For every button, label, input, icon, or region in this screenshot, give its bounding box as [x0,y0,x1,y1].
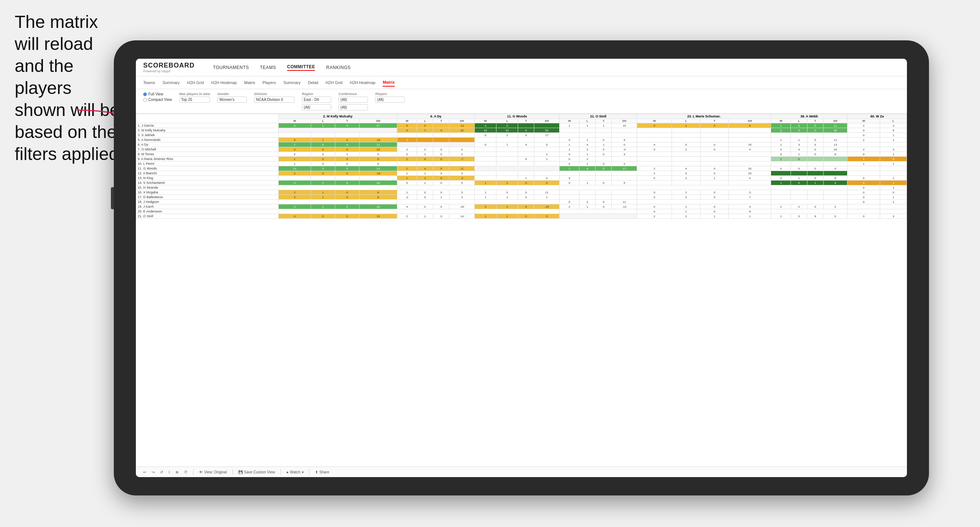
nav-rankings[interactable]: RANKINGS [326,65,351,70]
watch-label: Watch [290,470,300,474]
matrix-area[interactable]: 2. M Kelly Mulcahy 6. A Dy 11. G Woods 2… [136,114,907,467]
col-w-mulcahy: W [278,119,311,123]
region-all-select[interactable]: (All) [302,104,331,111]
undo-icon[interactable]: ↩ [143,470,146,474]
table-row: 15. H Stranda 0 1 [136,185,907,190]
col-w-za: W [848,119,880,123]
watch-icon: ● [286,470,289,474]
row-label-jelinek: 3. S Jelinek [136,133,279,138]
row-label-ady: 6. A Dy [136,142,279,147]
region-select[interactable]: East - DII [302,97,331,103]
annotation-label: The matrix will reload and the players s… [15,12,119,163]
row-label-perini: 10. L Perini [136,162,279,166]
row-label-nomrowski: 5. A Nomrowski [136,138,279,142]
full-view-option[interactable]: Full View [143,92,172,96]
compact-view-option[interactable]: Compact View [143,98,172,102]
col-t-woods: T [518,119,534,123]
sub-nav-h2h-grid[interactable]: H2H Grid [187,79,204,86]
view-options: Full View Compact View [143,92,172,102]
sub-nav-h2h-grid2[interactable]: H2H Grid [326,79,342,86]
col-l-za: L [880,119,907,123]
sub-nav-players[interactable]: Players [262,79,276,86]
col-header-webb: 38. A Webb [771,114,848,119]
col-l-dy: L [417,119,433,123]
row-label-ballesteros: 17. D Ballesteros [136,195,279,200]
col-dif-mulcahy: Dif [359,119,397,123]
table-row: 6. A Dy 7 0 0 11 0 1 4 0 1 4 1 0 [136,142,907,147]
col-l-webb: L [791,119,807,123]
col-dif-dy: Dif [449,119,475,123]
sub-nav-teams[interactable]: Teams [143,79,155,86]
row-label-bianchi: 12. A Bianchi [136,171,279,176]
filter-bar: Full View Compact View Max players in vi… [136,89,907,114]
nav-tournaments[interactable]: TOURNAMENTS [213,65,249,70]
toolbar-separator3 [280,469,281,475]
table-row: 3. S Jelinek 0 2 0 17 [136,133,907,138]
nav-committee[interactable]: COMMITTEE [287,64,315,71]
row-label-mulcahy: 2. M Kelly Mulcahy [136,128,279,133]
tablet-screen: SCOREBOARD Powered by clippd TOURNAMENTS… [136,59,907,477]
conference-select[interactable]: (All) [339,97,368,103]
table-row: 9. A Maria Jimenez Rios 1 0 0 6 1 0 0 -7… [136,157,907,162]
table-row: 5. A Nomrowski 3 1 0 -15 -1 0 [136,138,907,142]
division-label: Division [254,92,294,96]
share-label: Share [320,470,329,474]
sub-nav-summary[interactable]: Summary [162,79,180,86]
table-row: 20. E Andersson 0 1 0 8 [136,209,907,214]
table-row: 10. L Perini 1 0 0 6 0 1 [136,162,907,166]
sub-nav-matrix[interactable]: Matrix [244,79,255,86]
gender-filter: Gender Women's [217,92,247,103]
clock-icon[interactable]: ⏱ [184,470,188,474]
compact-view-radio[interactable] [143,98,147,102]
players-label: Players [375,92,405,96]
zoom-icon[interactable]: ⊕ [175,470,178,474]
compact-view-label: Compact View [148,98,172,102]
toolbar-separator [193,469,194,475]
save-custom-button[interactable]: 💾 Save Custom View [238,470,275,474]
row-label-mitchell: 7. O Mitchell [136,147,279,152]
table-row: 17. D Ballesteros 3 1 0 6 -2 0 1 3 1 1 0… [136,195,907,200]
col-dif-stoll: Dif [612,119,637,123]
players-select[interactable]: (All) [375,97,405,103]
back-icon[interactable]: ⟨ [169,470,170,474]
division-select[interactable]: NCAA Division II [254,97,294,103]
sub-nav-summary2[interactable]: Summary [283,79,301,86]
share-button[interactable]: ⬆ Share [315,470,329,474]
col-dif-schumac: Dif [729,119,771,123]
sub-nav-h2h-heatmap[interactable]: H2H Heatmap [211,79,237,86]
view-original-button[interactable]: 👁 View: Original [199,470,227,474]
col-w-schumac: W [637,119,672,123]
logo-area: SCOREBOARD Powered by clippd [143,62,195,73]
gender-label: Gender [217,92,247,96]
col-header-stoll: 21. O Stoll [560,114,637,119]
refresh-icon[interactable]: ↺ [160,470,163,474]
col-header-schumac: 23. L Marie Schumac. [637,114,771,119]
max-players-select[interactable]: Top 25 [179,97,210,103]
conference-all-select[interactable]: (All) [339,104,368,111]
share-icon: ⬆ [315,470,318,474]
players-filter: Players (All) [375,92,405,103]
row-label-karrh: 19. J Karrh [136,205,279,209]
col-t-webb: T [807,119,823,123]
bottom-toolbar: ↩ ↪ ↺ ⟨ ⊕ ⏱ 👁 View: Original 💾 Save Cust… [136,467,907,477]
gender-select[interactable]: Women's [217,97,247,103]
col-header-mulcahy: 2. M Kelly Mulcahy [278,114,397,119]
max-players-label: Max players in view [179,92,210,96]
table-row: 13. N Klug 1 1 0 -2 1 0 3 [136,176,907,181]
full-view-radio[interactable] [143,92,147,96]
nav-teams[interactable]: TEAMS [260,65,276,70]
region-label: Region [302,92,331,96]
conference-filter: Conference (All) (All) [339,92,368,111]
redo-icon[interactable]: ↪ [152,470,154,474]
table-row: 7. O Mitchell 3 0 0 18 2 2 0 2 1 [136,147,907,152]
row-label-stoll: 21. O Stoll [136,214,279,219]
sub-nav-detail[interactable]: Detail [308,79,318,86]
division-filter: Division NCAA Division II [254,92,294,103]
sub-nav-h2h-heatmap2[interactable]: H2H Heatmap [350,79,375,86]
col-dif-woods: Dif [534,119,560,123]
row-label-mcgaha: 16. X Mcgaha [136,190,279,195]
row-label-stranda: 15. H Stranda [136,185,279,190]
watch-button[interactable]: ● Watch ▾ [286,470,304,474]
table-row: 2. M Kelly Mulcahy 0 7 0 40 10 10 0 50 [136,128,907,133]
sub-nav-matrix2[interactable]: Matrix [383,79,395,87]
